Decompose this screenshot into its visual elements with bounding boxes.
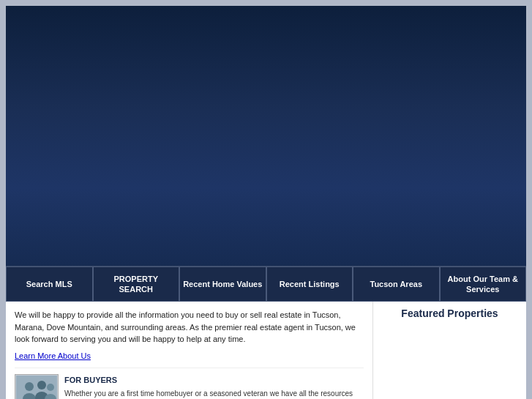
buyers-description: Whether you are a first time homebuyer o… xyxy=(64,389,364,400)
nav-item-property-search[interactable]: PROPERTY SEARCH xyxy=(93,266,180,302)
outer-wrapper: Search MLS PROPERTY SEARCH Recent Home V… xyxy=(0,0,532,399)
intro-text: We will be happy to provide all the info… xyxy=(15,309,364,346)
featured-properties-title: Featured Properties xyxy=(379,307,520,319)
nav-item-recent-home-values[interactable]: Recent Home Values xyxy=(179,266,266,302)
buyers-section: FOR BUYERS Whether you are a first time … xyxy=(15,368,364,399)
content-left: We will be happy to provide all the info… xyxy=(6,302,372,399)
nav-item-search-mls[interactable]: Search MLS xyxy=(6,266,93,302)
svg-point-5 xyxy=(47,384,54,391)
nav-item-tucson-areas[interactable]: Tucson Areas xyxy=(353,266,440,302)
buyers-text: FOR BUYERS Whether you are a first time … xyxy=(64,374,364,399)
content-right: Featured Properties xyxy=(372,302,526,399)
buyers-title: FOR BUYERS xyxy=(64,374,364,387)
main-container: Search MLS PROPERTY SEARCH Recent Home V… xyxy=(6,6,526,393)
nav-item-about-team[interactable]: About Our Team & Services xyxy=(440,266,527,302)
learn-more-link[interactable]: Learn More About Us xyxy=(15,351,91,360)
content-area: We will be happy to provide all the info… xyxy=(6,302,526,399)
nav-bar: Search MLS PROPERTY SEARCH Recent Home V… xyxy=(6,266,526,302)
hero-banner xyxy=(6,6,526,266)
nav-item-recent-listings[interactable]: Recent Listings xyxy=(266,266,353,302)
svg-point-1 xyxy=(25,382,34,391)
buyers-thumbnail xyxy=(15,374,59,399)
svg-point-3 xyxy=(37,381,46,389)
